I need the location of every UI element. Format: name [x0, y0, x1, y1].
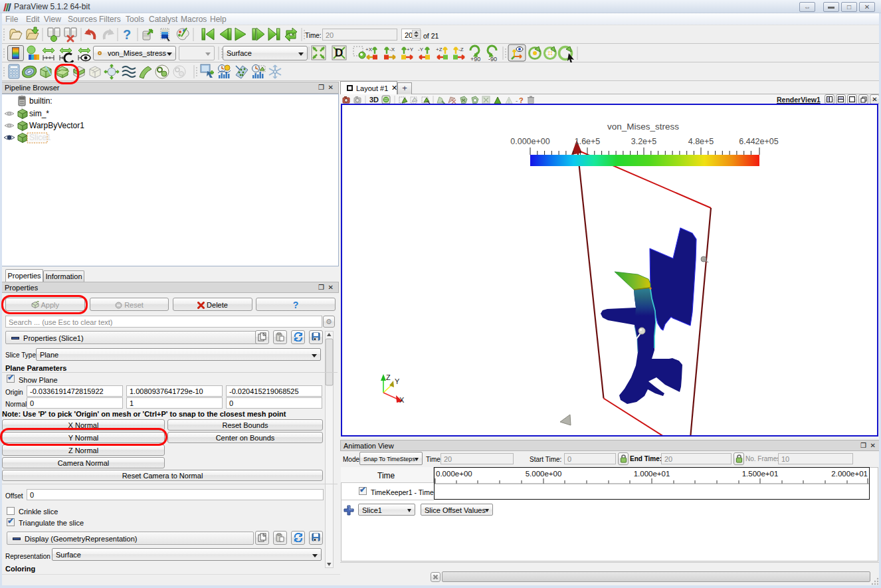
svg-text:X: X — [399, 396, 405, 404]
svg-text:?: ? — [123, 27, 131, 42]
svg-text:+Z: +Z — [436, 47, 442, 52]
svg-text:-Z: -Z — [458, 47, 464, 52]
svg-text:-90: -90 — [488, 56, 497, 62]
svg-text:3.2e+5: 3.2e+5 — [631, 137, 657, 146]
svg-text:+90: +90 — [470, 56, 480, 62]
svg-text:1.500e+01: 1.500e+01 — [742, 470, 779, 478]
svg-text:+Y: +Y — [407, 47, 414, 52]
svg-text:Y: Y — [395, 377, 400, 385]
svg-text:WarpByVector1: WarpByVector1 — [29, 121, 84, 130]
svg-text:1.6e+5: 1.6e+5 — [575, 137, 601, 146]
svg-text:0.000e+00: 0.000e+00 — [436, 470, 472, 478]
svg-text:Slice1: Slice1 — [29, 133, 51, 142]
svg-text:-X: -X — [389, 47, 395, 52]
svg-text:von_Mises_stress: von_Mises_stress — [607, 122, 679, 132]
svg-text:sim_*: sim_* — [29, 109, 49, 118]
svg-text:Z: Z — [386, 373, 391, 381]
svg-text:builtin:: builtin: — [29, 96, 52, 106]
svg-text:1.000e+01: 1.000e+01 — [634, 470, 670, 478]
svg-text:3D: 3D — [369, 96, 379, 104]
svg-text:5.000e+00: 5.000e+00 — [526, 470, 562, 478]
svg-text:D: D — [335, 47, 343, 59]
svg-text:0.000e+00: 0.000e+00 — [510, 137, 549, 146]
svg-text:6.442e+05: 6.442e+05 — [739, 137, 778, 146]
svg-text:2.000e+01: 2.000e+01 — [831, 470, 868, 478]
svg-text:4.8e+5: 4.8e+5 — [688, 137, 714, 146]
svg-text:+X: +X — [365, 47, 373, 52]
svg-text:-Y: -Y — [418, 47, 424, 52]
